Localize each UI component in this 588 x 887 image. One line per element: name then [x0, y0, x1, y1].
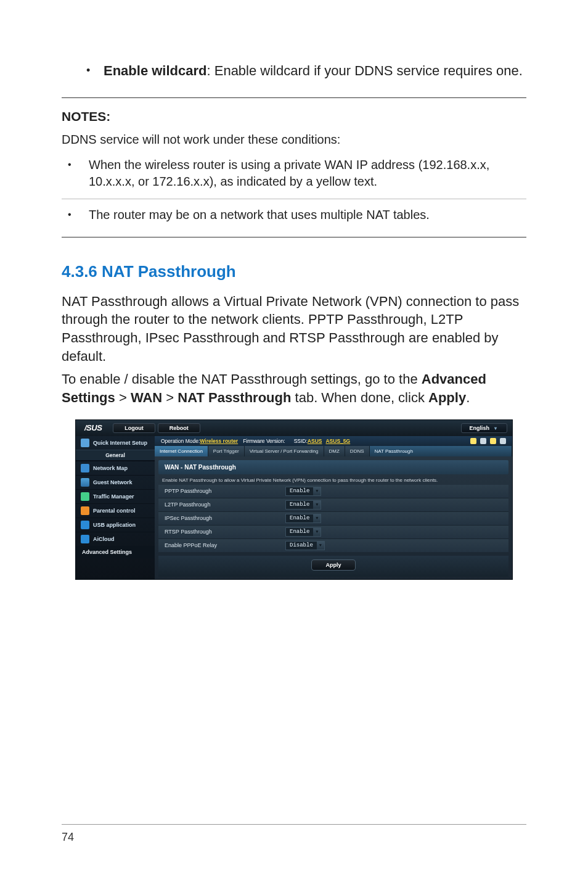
bullet-desc: : Enable wildcard if your DDNS service r…: [207, 63, 523, 78]
tab-internet-connection[interactable]: Internet Connection: [155, 446, 208, 456]
page: • Enable wildcard: Enable wildcard if yo…: [0, 0, 588, 887]
chevron-down-icon: ▼: [317, 542, 324, 550]
status-icon: [470, 438, 476, 444]
bullet-text: Enable wildcard: Enable wildcard if your…: [104, 62, 526, 80]
tab-port-trigger[interactable]: Port Trigger: [208, 446, 245, 456]
router-sidebar: Quick Internet Setup General Network Map…: [76, 436, 155, 579]
row-l2tp: L2TP Passthrough Enable▼: [158, 498, 508, 511]
notes-title: NOTES:: [62, 109, 526, 124]
firmware-version-label: Firmware Version:: [243, 438, 285, 444]
sidebar-item-traffic-manager[interactable]: Traffic Manager: [76, 489, 155, 503]
ssid-1-link[interactable]: ASUS: [308, 438, 322, 444]
asus-logo: /SUS: [76, 423, 110, 432]
panel-desc: Enable NAT Passthrough to allow a Virtua…: [155, 474, 512, 485]
rtsp-select[interactable]: Enable▼: [285, 527, 321, 537]
row-pptp: PPTP Passthrough Enable▼: [158, 485, 508, 498]
info-bar: Operation Mode: Wireless router Firmware…: [155, 436, 512, 446]
language-selector[interactable]: English: [461, 423, 507, 433]
sidebar-heading-general: General: [76, 450, 155, 461]
bullet-dot: •: [68, 207, 89, 223]
sidebar-item-network-map[interactable]: Network Map: [76, 461, 155, 475]
sidebar-item-guest-network[interactable]: Guest Network: [76, 475, 155, 489]
operation-mode-link[interactable]: Wireless router: [200, 438, 238, 444]
bullet-enable-wildcard: • Enable wildcard: Enable wildcard if yo…: [86, 62, 526, 80]
row-pppoe-relay: Enable PPPoE Relay Disable▼: [158, 538, 508, 552]
logout-button[interactable]: Logout: [113, 423, 155, 433]
tab-nat-passthrough[interactable]: NAT Passthrough: [370, 446, 512, 456]
bullet-term: Enable wildcard: [104, 63, 207, 78]
l2tp-select[interactable]: Enable▼: [285, 500, 321, 510]
sidebar-item-usb-application[interactable]: USB application: [76, 518, 155, 532]
page-footer: 74: [62, 824, 526, 844]
settings-table: PPTP Passthrough Enable▼ L2TP Passthroug…: [158, 485, 508, 552]
status-icon: [490, 438, 496, 444]
chevron-down-icon: ▼: [313, 514, 321, 522]
section-para-2: To enable / disable the NAT Passthrough …: [62, 370, 526, 406]
router-screenshot: /SUS Logout Reboot English Quick Interne…: [75, 419, 513, 580]
tab-dmz[interactable]: DMZ: [324, 446, 345, 456]
sidebar-quick-internet-setup[interactable]: Quick Internet Setup: [76, 436, 155, 450]
notes-item-2: • The router may be on a network that us…: [68, 207, 526, 223]
tab-ddns[interactable]: DDNS: [345, 446, 370, 456]
sidebar-item-aicloud[interactable]: AiCloud: [76, 532, 155, 546]
ssid-2-link[interactable]: ASUS_5G: [325, 438, 350, 444]
bullet-dot: •: [68, 157, 89, 190]
row-rtsp: RTSP Passthrough Enable▼: [158, 525, 508, 538]
reboot-button[interactable]: Reboot: [158, 423, 200, 433]
wan-tabs: Internet Connection Port Trigger Virtual…: [155, 446, 512, 456]
usb-icon: [81, 521, 89, 529]
status-icons: [470, 438, 506, 444]
tab-virtual-server[interactable]: Virtual Server / Port Forwarding: [245, 446, 324, 456]
chevron-down-icon: ▼: [313, 528, 321, 536]
panel-title: WAN - NAT Passthrough: [158, 460, 508, 474]
pptp-select[interactable]: Enable▼: [285, 487, 321, 496]
router-main: Operation Mode: Wireless router Firmware…: [155, 436, 512, 579]
bullet-dot: •: [86, 62, 104, 80]
ipsec-select[interactable]: Enable▼: [285, 514, 321, 523]
parental-control-icon: [81, 506, 89, 515]
section-heading: 4.3.6 NAT Passthrough: [62, 262, 526, 281]
wand-icon: [81, 439, 89, 447]
cloud-icon: [81, 535, 89, 543]
router-body: Quick Internet Setup General Network Map…: [76, 436, 512, 579]
router-topbar: /SUS Logout Reboot English: [76, 420, 512, 436]
pppoe-relay-select[interactable]: Disable▼: [285, 541, 325, 550]
apply-row: Apply: [158, 556, 508, 577]
traffic-manager-icon: [81, 492, 89, 501]
guest-network-icon: [81, 478, 89, 487]
page-number: 74: [62, 831, 74, 843]
network-map-icon: [81, 464, 89, 472]
apply-button[interactable]: Apply: [311, 559, 355, 571]
notes-intro: DDNS service will not work under these c…: [62, 133, 526, 147]
notes-divider: [62, 199, 526, 199]
chevron-down-icon: ▼: [313, 501, 321, 509]
row-ipsec: IPSec Passthrough Enable▼: [158, 511, 508, 525]
sidebar-item-parental-control[interactable]: Parental control: [76, 503, 155, 518]
section-para-1: NAT Passthrough allows a Virtual Private…: [62, 292, 526, 366]
status-icon: [480, 438, 486, 444]
sidebar-heading-advanced: Advanced Settings: [76, 546, 155, 558]
chevron-down-icon: ▼: [313, 487, 321, 495]
notes-item-1: • When the wireless router is using a pr…: [68, 157, 526, 190]
status-icon: [500, 438, 506, 444]
notes: NOTES: DDNS service will not work under …: [62, 97, 526, 237]
